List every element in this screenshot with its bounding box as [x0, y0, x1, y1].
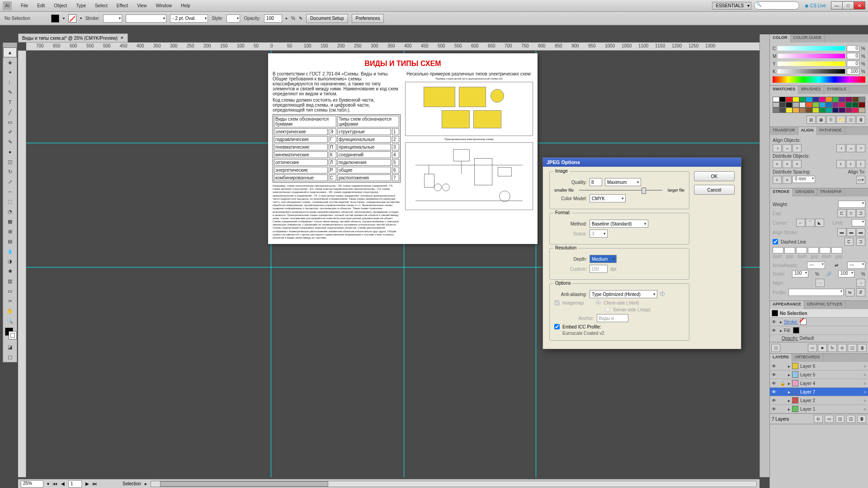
scale-start-field[interactable]: 100 [792, 270, 808, 277]
align-top-icon[interactable]: ⫞ [836, 144, 845, 152]
align-stroke-center-icon[interactable]: ▬ [837, 228, 846, 236]
profile-dropdown[interactable] [788, 289, 844, 296]
close-button[interactable]: ✕ [854, 1, 865, 9]
tab-gradient[interactable]: GRADIEN [793, 188, 817, 197]
cancel-button[interactable]: Cancel [694, 185, 735, 195]
layer-row[interactable]: 👁▸Layer 7○ [770, 388, 868, 396]
blend-tool[interactable]: ◑ [3, 256, 17, 266]
dash-align-icon[interactable]: ⊏ [844, 238, 854, 246]
info-icon[interactable]: ⓘ [660, 291, 665, 297]
swatch-libraries-icon[interactable]: ▥ [807, 116, 816, 124]
slice-tool[interactable]: ✂ [3, 296, 17, 306]
swatch[interactable] [786, 108, 793, 113]
zoom-dropdown[interactable]: 25% [21, 480, 43, 488]
stroke-weight-field[interactable] [103, 14, 122, 23]
type-tool[interactable]: T [3, 97, 17, 107]
tab-appearance[interactable]: APPEARANCE [770, 301, 804, 309]
tab-pathfinder[interactable]: PATHFINDE [817, 127, 845, 135]
hand-tool[interactable]: ✋ [3, 306, 17, 316]
swatch[interactable] [779, 97, 786, 102]
arrow-align1-icon[interactable]: → [816, 279, 825, 287]
artboard-tool[interactable]: ▭ [3, 286, 17, 296]
swatch[interactable] [773, 102, 779, 108]
align-stroke-outside-icon[interactable]: ▬ [856, 228, 865, 236]
ruler-vertical[interactable] [18, 51, 26, 477]
new-layer-icon[interactable]: ◫ [846, 415, 855, 423]
visibility-icon[interactable]: 👁 [772, 389, 778, 394]
swatch[interactable] [845, 102, 852, 108]
shape-builder-tool[interactable]: ◔ [3, 206, 17, 216]
m-value[interactable]: 0 [847, 53, 859, 59]
tab-transparency[interactable]: TRANSPAR [817, 188, 845, 197]
new-group-icon[interactable]: 📁 [836, 116, 845, 124]
swatch[interactable] [852, 108, 859, 113]
swatch[interactable] [812, 102, 819, 108]
swatch[interactable] [819, 97, 826, 102]
new-sublayer-icon[interactable]: ◫ [835, 415, 844, 423]
swatch[interactable] [806, 97, 812, 102]
pen-tool[interactable]: ✎ [3, 87, 17, 97]
delete-swatch-icon[interactable]: 🗑 [856, 116, 865, 124]
eraser-tool[interactable]: ◫ [3, 157, 17, 167]
dist-top-icon[interactable]: ≡ [773, 160, 782, 168]
visibility-icon[interactable]: 👁 [772, 319, 778, 324]
mesh-tool[interactable]: ⊞ [3, 226, 17, 236]
toolbox-grip[interactable] [3, 43, 17, 47]
align-bottom-icon[interactable]: ⫟ [856, 144, 865, 152]
flip-v-icon[interactable]: ⇵ [856, 288, 865, 296]
dist-right-icon[interactable]: ⦀ [856, 160, 865, 168]
embed-icc-checkbox[interactable] [554, 324, 560, 329]
swatch[interactable] [819, 108, 826, 113]
visibility-icon[interactable]: 👁 [772, 407, 778, 412]
new-art-icon[interactable]: ◫ [771, 344, 780, 352]
swatch[interactable] [859, 108, 865, 113]
delete-layer-icon[interactable]: 🗑 [857, 415, 866, 423]
new-swatch-icon[interactable]: ◫ [846, 116, 855, 124]
swatch[interactable] [852, 102, 859, 108]
locate-icon[interactable]: ⊙ [814, 415, 823, 423]
fill-swatch[interactable] [51, 14, 59, 23]
h-scrollbar[interactable] [151, 481, 757, 487]
swatch[interactable] [812, 108, 819, 113]
search-input[interactable] [754, 1, 799, 9]
swatch[interactable] [806, 102, 812, 108]
tab-artboards[interactable]: ARTBOARDS [792, 354, 823, 362]
nav-prev-icon[interactable]: ◀ [61, 481, 65, 486]
visibility-icon[interactable]: 👁 [772, 372, 778, 377]
rectangle-tool[interactable]: ▭ [3, 117, 17, 127]
quality-dropdown[interactable]: Maximum [605, 178, 641, 186]
menu-object[interactable]: Object [49, 3, 71, 8]
menu-type[interactable]: Type [71, 3, 90, 8]
document-tab[interactable]: Виды и типы схем.ai* @ 25% (CMYK/Preview… [18, 33, 128, 42]
swatch[interactable] [852, 97, 859, 102]
stroke-color-icon[interactable] [9, 331, 17, 339]
antialiasing-dropdown[interactable]: Type Optimized (Hinted) [590, 290, 657, 298]
spacing-field[interactable]: 0 mm [793, 176, 815, 183]
swatch[interactable] [812, 97, 819, 102]
dist-left-icon[interactable]: ⦀ [836, 160, 845, 168]
direct-selection-tool[interactable]: ◈ [3, 57, 17, 67]
make-clip-icon[interactable]: ▭ [825, 415, 834, 423]
tab-symbols[interactable]: SYMBOLS [824, 86, 850, 94]
align-right-icon[interactable]: ⫟ [793, 144, 802, 152]
target-icon[interactable]: ○ [863, 398, 866, 403]
dash-inputs[interactable] [773, 247, 865, 253]
target-icon[interactable]: ○ [863, 364, 866, 369]
swatch[interactable] [845, 97, 852, 102]
tab-color[interactable]: COLOR [770, 34, 791, 42]
swatch[interactable] [839, 102, 845, 108]
arrow-align2-icon[interactable]: → [856, 279, 865, 287]
swatch[interactable] [786, 97, 793, 102]
delete-icon[interactable]: 🗑 [858, 344, 867, 352]
menu-window[interactable]: Window [151, 3, 177, 8]
swatch[interactable] [799, 102, 806, 108]
dist-hcenter-icon[interactable]: ⦀ [846, 160, 855, 168]
ruler-horizontal[interactable]: 7006506005505004504003503002502001501005… [26, 42, 760, 51]
tab-layers[interactable]: LAYERS [770, 354, 792, 362]
dup-icon[interactable]: ◫ [848, 344, 857, 352]
tab-stroke[interactable]: STROKE [770, 188, 793, 197]
swatch[interactable] [832, 97, 839, 102]
stroke-style-field[interactable] [126, 14, 166, 23]
appearance-fill[interactable]: Fill: [784, 328, 791, 333]
artboard-number[interactable] [68, 480, 82, 488]
